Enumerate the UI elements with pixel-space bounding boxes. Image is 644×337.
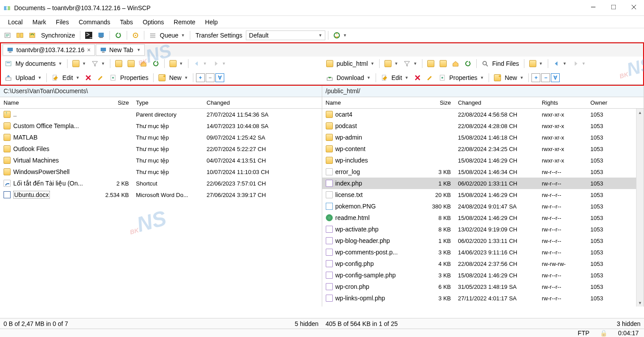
session-tab[interactable]: New Tab▼ [96, 44, 145, 56]
scroll-up-icon[interactable]: ▲ [636, 109, 644, 116]
tab-close-icon[interactable]: × [87, 46, 90, 53]
left-refresh-button[interactable] [150, 59, 162, 68]
menu-local[interactable]: Local [4, 17, 27, 27]
putty-button[interactable] [95, 30, 107, 40]
right-filter-button[interactable]: ▼ [401, 59, 419, 68]
minimize-button[interactable] [583, 0, 603, 14]
right-refresh-button[interactable] [462, 59, 474, 68]
synchronize-button[interactable]: Synchronize [39, 30, 77, 40]
file-row[interactable]: MATLABThư mục tệp09/07/2024 1:25:42 SA [0, 132, 322, 143]
left-path[interactable]: C:\Users\VanToan\Documents\ [0, 86, 322, 97]
col-size-r[interactable]: Size [424, 98, 455, 108]
col-size[interactable]: Size [97, 98, 132, 108]
file-row[interactable]: ↑..Parent directory27/07/2024 11:54:36 S… [0, 109, 322, 120]
find-files-button[interactable]: Find Files [479, 59, 521, 68]
left-rename-button[interactable] [95, 73, 106, 83]
menu-options[interactable]: Options [138, 17, 168, 27]
file-row[interactable]: WindowsPowerShellThư mục tệp10/07/2024 1… [0, 166, 322, 178]
file-row[interactable]: license.txt20 KB15/08/2024 1:46:29 CHrw-… [322, 189, 644, 201]
file-row[interactable]: Ubuntu.docx2.534 KBMicrosoft Word Do...2… [0, 189, 322, 201]
file-row[interactable]: wp-activate.php8 KB13/02/2024 9:19:09 CH… [322, 223, 644, 235]
right-bookmark-button[interactable]: ▼ [527, 59, 545, 68]
session-tab[interactable]: toantvbr@103.74.122.16× [3, 44, 95, 56]
session-button[interactable] [2, 30, 13, 40]
left-select-all-button[interactable]: + [196, 73, 205, 82]
refresh-button[interactable] [113, 30, 124, 40]
left-forward-button[interactable]: ▼ [210, 59, 228, 68]
upload-button[interactable]: Upload▼ [3, 73, 44, 83]
right-parent-button[interactable] [425, 59, 437, 68]
file-row[interactable]: Virtual MachinesThư mục tệp04/07/2024 4:… [0, 155, 322, 166]
transfer-settings-combo[interactable]: Default▼ [246, 30, 325, 40]
right-open-folder-button[interactable]: ▼ [382, 59, 400, 68]
file-row[interactable]: Custom Office Templa...Thư mục tệp14/07/… [0, 120, 322, 132]
left-back-button[interactable]: ▼ [191, 59, 209, 68]
col-changed-r[interactable]: Changed [455, 98, 539, 108]
col-changed[interactable]: Changed [203, 98, 322, 108]
col-rights[interactable]: Rights [539, 98, 587, 108]
left-dir-combo[interactable]: My documents▼ [3, 59, 64, 68]
queue-button[interactable]: Queue▼ [147, 30, 187, 40]
col-name[interactable]: Name [0, 98, 97, 108]
menu-tabs[interactable]: Tabs [116, 17, 138, 27]
left-edit-button[interactable]: Edit▼ [49, 73, 82, 83]
col-type[interactable]: Type [132, 98, 203, 108]
file-row[interactable]: wp-config-sample.php3 KB15/08/2024 1:46:… [322, 269, 644, 281]
console-button[interactable]: >_ [83, 30, 94, 40]
close-button[interactable] [624, 0, 644, 14]
left-root-button[interactable] [125, 59, 137, 68]
file-row[interactable]: wp-blog-header.php1 KB06/02/2020 1:33:11… [322, 235, 644, 246]
left-open-folder-button[interactable]: ▼ [70, 59, 88, 68]
left-properties-button[interactable]: Properties [107, 73, 151, 83]
file-row[interactable]: wp-config.php4 KB22/08/2024 2:37:56 CHrw… [322, 258, 644, 269]
scroll-down-icon[interactable]: ▼ [636, 299, 644, 307]
menu-mark[interactable]: Mark [28, 17, 50, 27]
compare-button[interactable] [14, 30, 26, 40]
file-row[interactable]: readme.html8 KB15/08/2024 1:46:29 CHrw-r… [322, 212, 644, 223]
left-delete-button[interactable] [83, 73, 94, 83]
right-invert-button[interactable]: ∀ [551, 73, 560, 82]
right-dir-combo[interactable]: public_html▼ [324, 59, 377, 68]
left-unselect-all-button[interactable]: − [206, 73, 215, 82]
menu-help[interactable]: Help [201, 17, 222, 27]
menu-commands[interactable]: Commands [74, 17, 115, 27]
right-properties-button[interactable]: Properties▼ [437, 73, 486, 83]
right-delete-button[interactable] [412, 73, 423, 83]
right-back-button[interactable]: ▼ [551, 59, 569, 68]
options-button[interactable] [130, 30, 141, 40]
right-unselect-all-button[interactable]: − [541, 73, 550, 82]
menu-remote[interactable]: Remote [169, 17, 200, 27]
file-row[interactable]: wp-comments-post.p...3 KB14/06/2023 9:11… [322, 246, 644, 258]
download-button[interactable]: Download▼ [324, 73, 373, 83]
reconnect-button[interactable]: ▼ [331, 30, 349, 40]
right-path[interactable]: /public_html/ [322, 86, 644, 97]
left-new-button[interactable]: ✦New▼ [156, 73, 190, 83]
menu-files[interactable]: Files [52, 17, 74, 27]
file-row[interactable]: wp-includes15/08/2024 1:46:29 CHrwxr-xr-… [322, 155, 644, 166]
sync-browse-button[interactable] [26, 30, 38, 40]
file-row[interactable]: Outlook FilesThư mục tệp22/07/2024 5:22:… [0, 143, 322, 155]
file-row[interactable]: Lối tắt đến Tài liệu (On...2 KBShortcut2… [0, 178, 322, 189]
file-row[interactable]: wp-content22/08/2024 2:34:25 CHrwxr-xr-x… [322, 143, 644, 155]
file-row[interactable]: error_log3 KB15/08/2024 1:46:34 CHrw-r--… [322, 166, 644, 178]
file-row[interactable]: index.php1 KB06/02/2020 1:33:11 CHrw-r--… [322, 178, 644, 189]
right-forward-button[interactable]: ▼ [570, 59, 588, 68]
left-filter-button[interactable]: ▼ [89, 59, 107, 68]
left-bookmark-button[interactable]: ▼ [167, 59, 185, 68]
right-edit-button[interactable]: Edit▼ [379, 73, 411, 83]
right-rename-button[interactable] [424, 73, 436, 83]
maximize-button[interactable] [603, 0, 624, 14]
right-select-all-button[interactable]: + [531, 73, 540, 82]
file-row[interactable]: wp-cron.php6 KB31/05/2023 1:48:19 SArw-r… [322, 281, 644, 292]
right-new-button[interactable]: ✦New▼ [492, 73, 526, 83]
right-home-button[interactable] [450, 59, 461, 68]
right-root-button[interactable] [437, 59, 449, 68]
col-owner[interactable]: Owner [587, 98, 644, 108]
left-home-button[interactable] [138, 59, 149, 68]
col-name-r[interactable]: Name [322, 98, 424, 108]
file-row[interactable]: wp-admin15/08/2024 1:46:18 CHrwxr-xr-x10… [322, 132, 644, 143]
file-row[interactable]: wp-links-opml.php3 KB27/11/2022 4:01:17 … [322, 292, 644, 304]
left-invert-button[interactable]: ∀ [215, 73, 224, 82]
file-row[interactable]: pokemon.PNG380 KB24/08/2024 9:01:47 SArw… [322, 201, 644, 212]
file-row[interactable]: ocart422/08/2024 4:56:58 CHrwxr-xr-x1053 [322, 109, 644, 120]
